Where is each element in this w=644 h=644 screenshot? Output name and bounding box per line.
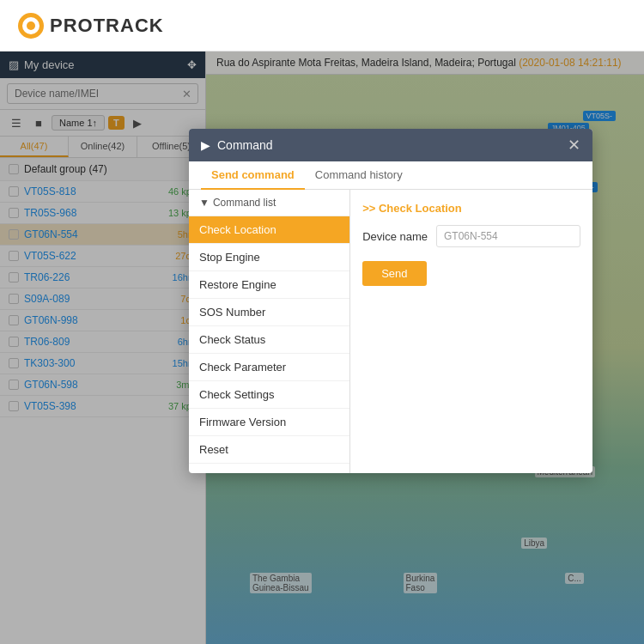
logo: PROTRACK	[17, 12, 164, 39]
modal-header: ▶ Command ✕	[189, 129, 592, 161]
command-item-check-parameter[interactable]: Check Parameter	[189, 354, 349, 381]
app-name: PROTRACK	[50, 15, 164, 37]
tab-send-command[interactable]: Send command	[201, 161, 305, 190]
tab-command-history[interactable]: Command history	[305, 161, 413, 190]
main-area: ▨ My device ✥ ✕ ☰ ■ Name 1↑ T ▶ All(47) …	[0, 52, 644, 644]
command-item-restore-engine[interactable]: Restore Engine	[189, 271, 349, 299]
command-item-check-location[interactable]: Check Location	[189, 216, 349, 244]
modal-tabs: Send command Command history	[189, 161, 592, 190]
device-name-input[interactable]	[436, 225, 580, 247]
command-list-panel: ▼ Command list Check Location Stop Engin…	[189, 190, 350, 473]
modal-body: ▼ Command list Check Location Stop Engin…	[189, 190, 592, 473]
terminal-icon: ▶	[201, 138, 210, 152]
send-button[interactable]: Send	[362, 261, 426, 286]
command-modal: ▶ Command ✕ Send command Command history…	[189, 129, 592, 473]
svg-point-2	[27, 21, 35, 30]
modal-header-left: ▶ Command	[201, 138, 273, 152]
command-item-stop-engine[interactable]: Stop Engine	[189, 244, 349, 271]
command-list-label: Command list	[213, 197, 276, 209]
command-item-check-settings[interactable]: Check Settings	[189, 381, 349, 409]
top-bar: PROTRACK	[0, 0, 644, 52]
command-right-panel: >> Check Location Device name Send	[350, 190, 592, 473]
selected-command-label: >> Check Location	[362, 202, 580, 215]
command-item-check-status[interactable]: Check Status	[189, 326, 349, 354]
command-item-sos-number[interactable]: SOS Number	[189, 299, 349, 326]
device-name-row: Device name	[362, 225, 580, 247]
chevron-down-icon: ▼	[199, 197, 210, 209]
logo-icon	[17, 12, 45, 39]
modal-close-button[interactable]: ✕	[568, 137, 580, 153]
command-list-header: ▼ Command list	[189, 190, 349, 216]
command-item-more[interactable]: More	[189, 464, 349, 473]
modal-title: Command	[217, 138, 273, 152]
command-item-firmware-version[interactable]: Firmware Version	[189, 409, 349, 436]
device-name-label: Device name	[362, 230, 428, 243]
command-item-reset[interactable]: Reset	[189, 436, 349, 464]
